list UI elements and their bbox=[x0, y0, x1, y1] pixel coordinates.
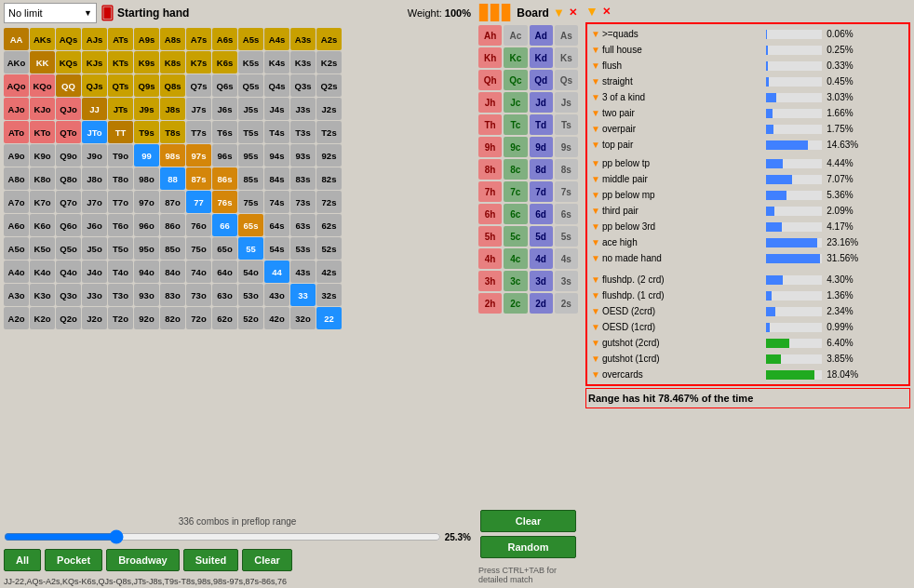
cell-K3o[interactable]: K3o bbox=[30, 284, 55, 306]
card-4h[interactable]: 4h bbox=[478, 248, 502, 269]
cell-Q8o[interactable]: Q8o bbox=[56, 167, 81, 190]
cell-32s[interactable]: 32s bbox=[316, 284, 342, 306]
card-Ah[interactable]: Ah bbox=[478, 25, 502, 46]
cell-65o[interactable]: 65o bbox=[212, 237, 237, 260]
stat-label-cell[interactable]: ▼pp below 3rd bbox=[589, 219, 764, 234]
cell-T2o[interactable]: T2o bbox=[108, 307, 133, 329]
card-2s[interactable]: 2s bbox=[555, 293, 578, 314]
cell-J7o[interactable]: J7o bbox=[82, 191, 107, 213]
cell-53o[interactable]: 53o bbox=[238, 284, 263, 306]
cell-K5o[interactable]: K5o bbox=[30, 237, 55, 260]
cell-64o[interactable]: 64o bbox=[212, 261, 237, 283]
cell-J4s[interactable]: J4s bbox=[264, 98, 289, 120]
cell-J3s[interactable]: J3s bbox=[290, 98, 316, 120]
cell-J6s[interactable]: J6s bbox=[212, 98, 237, 120]
cell-K2s[interactable]: K2s bbox=[316, 51, 342, 74]
cell-Q7o[interactable]: Q7o bbox=[56, 191, 81, 213]
cell-94s[interactable]: 94s bbox=[264, 144, 289, 167]
stat-label-cell[interactable]: ▼flush bbox=[589, 58, 764, 74]
cell-92s[interactable]: 92s bbox=[316, 144, 342, 167]
cell-A7s[interactable]: A7s bbox=[186, 28, 211, 50]
cell-54o[interactable]: 54o bbox=[238, 261, 263, 283]
cell-T3o[interactable]: T3o bbox=[108, 284, 133, 306]
cell-Q4o[interactable]: Q4o bbox=[56, 261, 81, 283]
cell-ATo[interactable]: ATo bbox=[4, 121, 29, 143]
card-Ks[interactable]: Ks bbox=[555, 47, 578, 68]
cell-77[interactable]: 77 bbox=[186, 191, 211, 213]
cell-93s[interactable]: 93s bbox=[290, 144, 316, 167]
cell-76s[interactable]: 76s bbox=[212, 191, 237, 213]
card-7s[interactable]: 7s bbox=[555, 181, 578, 202]
cell-A2o[interactable]: A2o bbox=[4, 307, 29, 329]
cell-94o[interactable]: 94o bbox=[134, 261, 159, 283]
cell-A5o[interactable]: A5o bbox=[4, 237, 29, 260]
card-Ad[interactable]: Ad bbox=[530, 25, 553, 46]
stat-label-cell[interactable]: ▼full house bbox=[589, 42, 764, 58]
cell-K8s[interactable]: K8s bbox=[160, 51, 185, 74]
cell-A8o[interactable]: A8o bbox=[4, 167, 29, 190]
cell-K4s[interactable]: K4s bbox=[264, 51, 289, 74]
cell-J9o[interactable]: J9o bbox=[82, 144, 107, 167]
card-Tc[interactable]: Tc bbox=[504, 114, 527, 135]
card-7h[interactable]: 7h bbox=[478, 181, 502, 202]
stat-label-cell[interactable]: ▼straight bbox=[589, 74, 764, 89]
cell-82o[interactable]: 82o bbox=[160, 307, 185, 329]
cell-65s[interactable]: 65s bbox=[238, 214, 263, 236]
cell-95s[interactable]: 95s bbox=[238, 144, 263, 167]
cell-42o[interactable]: 42o bbox=[264, 307, 289, 329]
cell-52o[interactable]: 52o bbox=[238, 307, 263, 329]
cell-K9o[interactable]: K9o bbox=[30, 144, 55, 167]
cell-KQs[interactable]: KQs bbox=[56, 51, 81, 74]
cell-43o[interactable]: 43o bbox=[264, 284, 289, 306]
cell-JTs[interactable]: JTs bbox=[108, 98, 133, 120]
cell-K4o[interactable]: K4o bbox=[30, 261, 55, 283]
cell-K5s[interactable]: K5s bbox=[238, 51, 263, 74]
card-9d[interactable]: 9d bbox=[530, 137, 553, 157]
card-Jc[interactable]: Jc bbox=[504, 92, 527, 113]
board-clear-x[interactable]: ✕ bbox=[569, 7, 577, 19]
stat-label-cell[interactable]: ▼overcards bbox=[589, 367, 764, 382]
cell-62s[interactable]: 62s bbox=[316, 214, 342, 236]
cell-AJs[interactable]: AJs bbox=[82, 28, 107, 50]
limit-dropdown[interactable]: No limit ▼ bbox=[4, 3, 97, 23]
all-button[interactable]: All bbox=[4, 549, 41, 571]
cell-98o[interactable]: 98o bbox=[134, 167, 159, 190]
card-Td[interactable]: Td bbox=[530, 114, 553, 135]
stat-label-cell[interactable]: ▼pp below mp bbox=[589, 187, 764, 203]
stat-label-cell[interactable]: ▼gutshot (2crd) bbox=[589, 335, 764, 351]
cell-T2s[interactable]: T2s bbox=[316, 121, 342, 143]
card-Kh[interactable]: Kh bbox=[478, 47, 502, 68]
card-5s[interactable]: 5s bbox=[555, 226, 578, 247]
card-Kd[interactable]: Kd bbox=[530, 47, 553, 68]
card-Ts[interactable]: Ts bbox=[555, 114, 578, 135]
board-clear-button[interactable]: Clear bbox=[480, 510, 576, 532]
cell-99[interactable]: 99 bbox=[134, 144, 159, 167]
card-As[interactable]: As bbox=[555, 25, 578, 46]
cell-K7o[interactable]: K7o bbox=[30, 191, 55, 213]
cell-KJo[interactable]: KJo bbox=[30, 98, 55, 120]
stat-label-cell[interactable]: ▼flushdр. (1 crd) bbox=[589, 287, 764, 303]
stats-clear-x[interactable]: ✕ bbox=[602, 6, 611, 18]
cell-86s[interactable]: 86s bbox=[212, 167, 237, 190]
cell-TT[interactable]: TT bbox=[108, 121, 133, 143]
cell-AQs[interactable]: AQs bbox=[56, 28, 81, 50]
cell-A6o[interactable]: A6o bbox=[4, 214, 29, 236]
card-5h[interactable]: 5h bbox=[478, 226, 502, 247]
cell-T9o[interactable]: T9o bbox=[108, 144, 133, 167]
cell-97o[interactable]: 97o bbox=[134, 191, 159, 213]
cell-J7s[interactable]: J7s bbox=[186, 98, 211, 120]
cell-87s[interactable]: 87s bbox=[186, 167, 211, 190]
cell-A3o[interactable]: A3o bbox=[4, 284, 29, 306]
card-Ac[interactable]: Ac bbox=[504, 25, 527, 46]
cell-A9o[interactable]: A9o bbox=[4, 144, 29, 167]
cell-53s[interactable]: 53s bbox=[290, 237, 316, 260]
cell-J8s[interactable]: J8s bbox=[160, 98, 185, 120]
suited-button[interactable]: Suited bbox=[183, 549, 239, 571]
cell-KK[interactable]: KK bbox=[30, 51, 55, 74]
cell-T5s[interactable]: T5s bbox=[238, 121, 263, 143]
broadway-button[interactable]: Broadway bbox=[106, 549, 180, 571]
cell-K8o[interactable]: K8o bbox=[30, 167, 55, 190]
cell-43s[interactable]: 43s bbox=[290, 261, 316, 283]
stats-filter-icon[interactable]: ▼ bbox=[585, 4, 598, 19]
cell-KTs[interactable]: KTs bbox=[108, 51, 133, 74]
